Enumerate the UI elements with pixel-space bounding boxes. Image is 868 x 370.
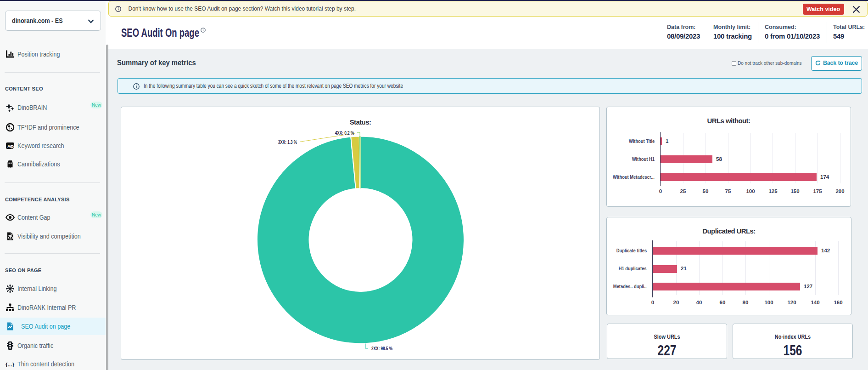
svg-text:Aa: Aa bbox=[7, 144, 13, 148]
svg-text:{...}: {...} bbox=[6, 361, 14, 368]
